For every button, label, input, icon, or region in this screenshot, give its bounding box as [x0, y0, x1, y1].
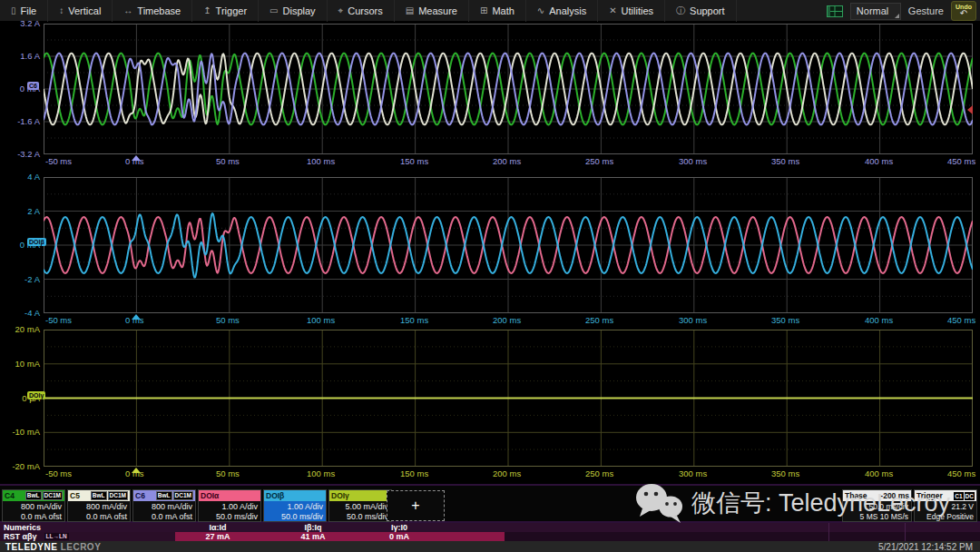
plot-area-1[interactable]	[44, 24, 973, 154]
scale-per-div: 1.00 A/div	[264, 502, 323, 512]
numerics-row-label: RST αβγLL→LN	[4, 532, 69, 541]
channel-descriptor-DOIγ[interactable]: DOIγ5.00 mA/div50.0 ms/div	[328, 489, 392, 522]
x-axis-tick: 250 ms	[585, 314, 613, 326]
display-mode-label: Normal	[857, 5, 888, 16]
channel-name: C6	[135, 490, 145, 501]
channel-descriptor-DOIα[interactable]: DOIα1.00 A/div50.0 ms/div	[198, 489, 261, 522]
descriptor-values: 800 mA/div0.0 mA ofst	[3, 501, 64, 521]
scale-per-div: 800 mA/div	[133, 502, 192, 512]
y-axis-tick: -1.6 A	[2, 116, 40, 127]
display-icon: ▭	[270, 5, 278, 15]
menu-item-label: Cursors	[348, 5, 383, 16]
support-icon: ⓘ	[676, 5, 685, 17]
oscilloscope-screen: ▯File↕Vertical↔Timebase↥Trigger▭Display⌖…	[0, 0, 980, 552]
menu-item-label: Utilities	[622, 5, 653, 16]
plot-area-2[interactable]	[44, 177, 973, 313]
scale-per-div: 1.00 A/div	[199, 502, 258, 512]
menu-item-math[interactable]: ⊞Math	[469, 0, 526, 22]
wechat-icon	[630, 479, 688, 527]
timebase-icon: ↔	[123, 5, 132, 15]
descriptor-values: 5.00 mA/div50.0 ms/div	[329, 501, 391, 521]
channel-name: DOIα	[201, 490, 219, 501]
y-axis-tick: -4 A	[2, 308, 40, 319]
x-axis-tick: 150 ms	[400, 155, 428, 167]
channel-descriptor-C4[interactable]: C4BwLDC1M800 mA/div0.0 mA ofst	[2, 489, 65, 522]
channel-descriptor-DOIβ[interactable]: DOIβ1.00 A/div50.0 ms/div	[263, 489, 327, 522]
offset-or-timebase: 0.0 mA ofst	[68, 512, 127, 522]
display-mode-dropdown[interactable]: Normal	[850, 3, 901, 20]
coupling-badge: DC1M	[173, 491, 193, 500]
bandwidth-limit-badge: BwL	[156, 491, 172, 500]
bandwidth-limit-badge: BwL	[91, 491, 107, 500]
add-trace-button[interactable]: +	[387, 490, 445, 521]
numerics-value: 27 mA	[172, 532, 263, 541]
undo-button[interactable]: Undo ↶	[951, 1, 976, 21]
channel-descriptor-C5[interactable]: C5BwLDC1M800 mA/div0.0 mA ofst	[67, 489, 131, 522]
menu-item-support[interactable]: ⓘSupport	[665, 0, 737, 22]
channel-name: DOIβ	[266, 490, 284, 501]
x-axis-tick: -50 ms	[45, 468, 72, 479]
channel-descriptor-C6[interactable]: C6BwLDC1M800 mA/div0.0 mA ofst	[132, 489, 196, 522]
numerics-title: Numerics	[4, 523, 41, 532]
gesture-label: Gesture	[908, 5, 944, 16]
x-axis-tick: 400 ms	[865, 155, 893, 167]
x-axis-tick: 450 ms	[947, 314, 975, 326]
numerics-value-row[interactable]: RST αβγLL→LN 27 mA 41 mA 0 mA	[0, 532, 980, 541]
menu-item-label: Timebase	[137, 5, 181, 16]
x-axis-tick: 50 ms	[216, 155, 240, 167]
x-axis-tick: 200 ms	[493, 314, 521, 326]
offset-or-timebase: 0.0 mA ofst	[133, 512, 192, 522]
menu-item-cursors[interactable]: ⌖Cursors	[328, 0, 395, 22]
dropdown-corner-icon	[895, 14, 899, 18]
numerics-col-label: Iα:Id	[172, 523, 263, 532]
watermark-text: 微信号: TeledyneLecroy	[691, 487, 950, 519]
zero-offset-badge-DOIγ[interactable]: DOIγ	[27, 391, 45, 399]
plot-area-3[interactable]	[44, 330, 973, 467]
trigger-level-marker[interactable]	[967, 105, 973, 114]
menu-item-label: Measure	[418, 5, 457, 16]
menu-item-utilities[interactable]: ✕Utilities	[598, 0, 665, 22]
zero-offset-badge-C6[interactable]: C6	[27, 82, 39, 90]
x-axis-tick: 300 ms	[679, 468, 707, 479]
undo-arrow-icon: ↶	[960, 9, 967, 18]
trigger-time-marker	[132, 314, 141, 320]
descriptor-header: DOIα	[199, 490, 260, 501]
x-axis-tick: 350 ms	[771, 314, 799, 326]
descriptor-header: C4BwLDC1M	[3, 490, 64, 501]
menu-item-display[interactable]: ▭Display	[259, 0, 328, 22]
numerics-value: 41 mA	[268, 532, 358, 541]
menu-item-label: Vertical	[68, 5, 101, 16]
y-axis-tick: 10 mA	[2, 359, 40, 370]
menu-item-measure[interactable]: ▤Measure	[395, 0, 469, 22]
menu-item-label: File	[21, 5, 37, 16]
bandwidth-limit-badge: BwL	[25, 491, 42, 500]
zero-offset-badge-DOIβ[interactable]: DOIβ	[27, 238, 46, 246]
x-axis-tick: 100 ms	[307, 468, 335, 479]
x-axis-tick: 50 ms	[216, 314, 240, 326]
add-trace-plus: +	[411, 498, 419, 514]
menu-item-label: Support	[690, 5, 725, 16]
menu-item-label: Trigger	[216, 5, 247, 16]
x-axis-tick: 450 ms	[947, 468, 975, 479]
descriptor-header: C6BwLDC1M	[133, 490, 195, 501]
menu-item-timebase[interactable]: ↔Timebase	[113, 0, 192, 22]
descriptor-values: 800 mA/div0.0 mA ofst	[68, 501, 130, 521]
descriptor-values: 800 mA/div0.0 mA ofst	[133, 501, 195, 521]
x-axis-tick: 250 ms	[585, 155, 613, 167]
offset-or-timebase: 50.0 ms/div	[199, 512, 258, 522]
x-axis-tick: 400 ms	[865, 314, 893, 326]
menu-item-trigger[interactable]: ↥Trigger	[192, 0, 259, 22]
menu-item-analysis[interactable]: ∿Analysis	[526, 0, 598, 22]
y-axis-tick: 20 mA	[2, 324, 40, 335]
coupling-badge: DC1M	[108, 491, 128, 500]
trigger-time-marker	[132, 155, 141, 161]
x-axis-tick: 150 ms	[400, 314, 428, 326]
x-axis-tick: 100 ms	[307, 314, 335, 326]
x-axis-tick: 250 ms	[585, 468, 613, 479]
x-axis-tick: -50 ms	[45, 314, 72, 326]
menu-item-vertical[interactable]: ↕Vertical	[48, 0, 113, 22]
grid-mode-icon[interactable]	[827, 5, 843, 17]
menu-right-cluster: Normal Gesture Undo ↶	[827, 0, 976, 22]
channel-name: DOIγ	[331, 490, 349, 501]
analysis-icon: ∿	[537, 5, 544, 15]
